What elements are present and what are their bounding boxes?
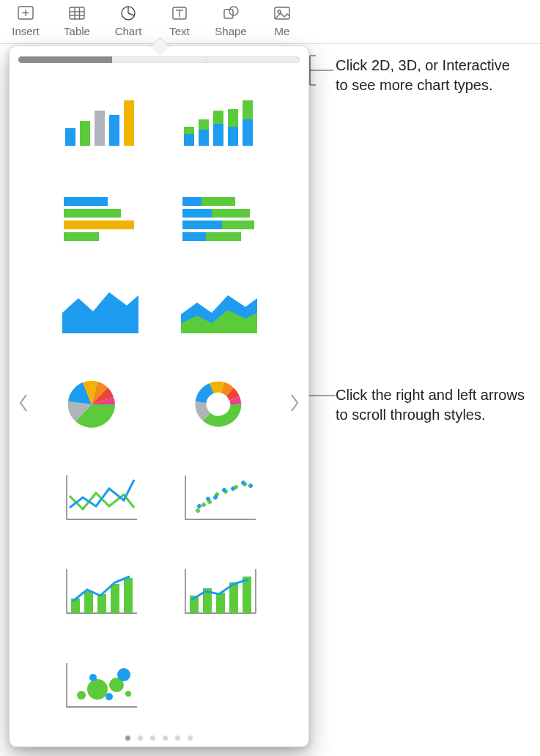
pager-dot[interactable] (188, 735, 193, 741)
media-icon (256, 3, 308, 23)
toolbar-label: Chart (103, 25, 154, 37)
toolbar: Insert Table Chart Text Shape Me (0, 0, 540, 44)
svg-rect-50 (111, 584, 119, 613)
chart-type-tabs: 2D 3D Interactive (18, 56, 300, 63)
svg-rect-20 (124, 100, 134, 146)
toolbar-chart[interactable]: Chart (103, 3, 154, 37)
text-icon (154, 3, 205, 23)
tab-2d[interactable]: 2D (18, 56, 112, 63)
svg-rect-12 (224, 10, 233, 18)
svg-point-59 (89, 674, 97, 681)
svg-point-62 (106, 693, 113, 700)
svg-rect-56 (243, 577, 251, 613)
chart-thumb-stacked-area[interactable] (160, 265, 276, 356)
callout-tabs: Click 2D, 3D, or Interactive to see more… (336, 56, 526, 95)
svg-point-15 (278, 10, 281, 13)
next-style-button[interactable] (284, 386, 306, 420)
callout-connector (308, 54, 335, 86)
toolbar-media[interactable]: Me (256, 3, 308, 37)
pager-dot[interactable] (163, 735, 168, 741)
pager-dot[interactable] (175, 735, 180, 741)
svg-rect-27 (228, 127, 238, 146)
svg-rect-17 (80, 121, 90, 146)
toolbar-label: Text (154, 25, 205, 37)
svg-rect-16 (65, 128, 75, 146)
callout-arrows: Click the right and left arrows to scrol… (336, 385, 526, 425)
svg-rect-54 (216, 593, 225, 613)
svg-rect-48 (84, 591, 93, 613)
chart-thumb-pie[interactable] (42, 359, 158, 450)
chart-thumb-scatter[interactable] (160, 453, 276, 544)
svg-rect-21 (184, 134, 194, 146)
chart-grid-area (10, 70, 308, 735)
pager-dot[interactable] (138, 735, 143, 741)
pager-dot[interactable] (125, 735, 130, 741)
toolbar-insert[interactable]: Insert (0, 3, 51, 37)
svg-rect-34 (64, 232, 99, 241)
svg-rect-40 (222, 220, 254, 229)
svg-rect-35 (182, 197, 201, 206)
table-icon (51, 3, 103, 23)
tab-interactive[interactable]: Interactive (207, 56, 300, 63)
svg-point-58 (87, 679, 108, 700)
svg-rect-37 (182, 209, 212, 218)
toolbar-label: Me (256, 25, 308, 37)
prev-style-button[interactable] (12, 386, 34, 420)
chart-grid (10, 78, 308, 731)
chart-thumb-line[interactable] (42, 453, 158, 544)
svg-marker-43 (62, 292, 138, 333)
chart-thumb-area[interactable] (42, 265, 158, 356)
toolbar-shape[interactable]: Shape (205, 3, 256, 37)
svg-point-57 (77, 691, 86, 700)
chart-thumb-stacked-bar[interactable] (160, 78, 276, 168)
svg-rect-22 (184, 127, 194, 134)
toolbar-table[interactable]: Table (51, 3, 103, 37)
svg-rect-38 (212, 209, 250, 218)
svg-point-13 (229, 7, 238, 15)
chevron-right-icon (289, 393, 300, 412)
svg-rect-18 (95, 111, 105, 146)
pager-dot[interactable] (150, 735, 155, 741)
svg-rect-28 (228, 109, 238, 127)
svg-rect-31 (64, 197, 108, 206)
svg-rect-29 (243, 119, 253, 146)
svg-rect-39 (182, 220, 222, 229)
toolbar-label: Table (51, 25, 103, 37)
svg-rect-36 (201, 197, 235, 206)
chart-thumb-bubble[interactable] (42, 640, 158, 731)
svg-point-63 (125, 691, 131, 697)
svg-rect-33 (64, 220, 134, 229)
svg-rect-3 (70, 7, 84, 19)
svg-rect-41 (182, 232, 206, 241)
chart-icon (103, 3, 154, 23)
svg-rect-32 (64, 209, 121, 218)
tab-3d[interactable]: 3D (112, 56, 206, 63)
toolbar-label: Insert (0, 25, 51, 37)
shape-icon (205, 3, 256, 23)
chart-thumb-combo-2[interactable] (160, 546, 276, 637)
svg-rect-19 (109, 115, 119, 146)
toolbar-label: Shape (205, 25, 256, 37)
chart-thumb-bar[interactable] (42, 78, 158, 168)
chart-thumb-hbar[interactable] (42, 171, 158, 262)
svg-point-61 (117, 668, 130, 681)
svg-rect-25 (213, 124, 223, 146)
svg-rect-30 (243, 100, 253, 119)
chevron-left-icon (18, 393, 29, 412)
svg-rect-49 (97, 594, 106, 613)
svg-rect-51 (124, 578, 133, 613)
svg-rect-26 (213, 111, 223, 124)
chart-thumb-hstacked-bar[interactable] (160, 171, 276, 262)
svg-rect-42 (206, 232, 241, 241)
chart-popover: 2D 3D Interactive (9, 45, 309, 747)
chart-thumb-donut[interactable] (160, 359, 276, 450)
svg-rect-23 (199, 130, 209, 146)
toolbar-text[interactable]: Text (154, 3, 205, 37)
insert-icon (0, 3, 51, 23)
style-pager (10, 735, 308, 746)
svg-rect-24 (199, 119, 209, 130)
chart-thumb-combo-1[interactable] (42, 546, 158, 637)
